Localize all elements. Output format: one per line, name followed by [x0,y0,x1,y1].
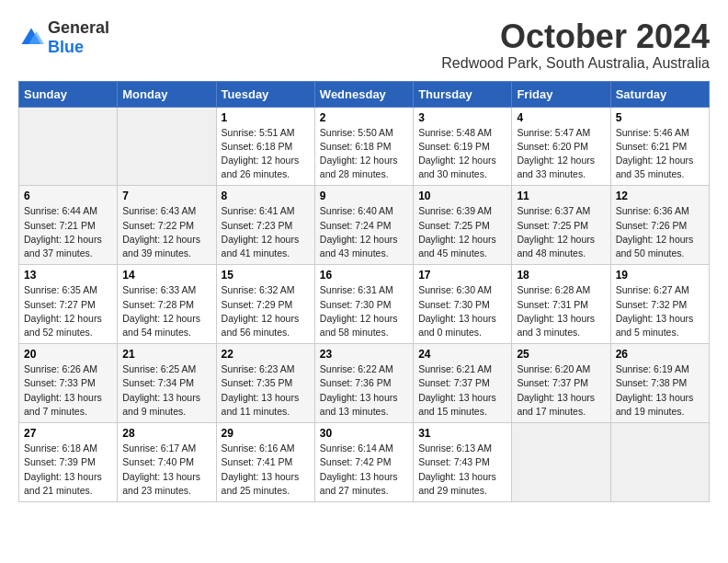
day-detail: Sunrise: 6:33 AM Sunset: 7:28 PM Dayligh… [122,283,210,339]
day-detail: Sunrise: 6:32 AM Sunset: 7:29 PM Dayligh… [222,283,310,339]
day-number: 30 [320,427,408,440]
header-day-sunday: Sunday [19,81,118,107]
day-number: 2 [320,111,408,124]
calendar-cell: 21Sunrise: 6:25 AM Sunset: 7:34 PM Dayli… [118,344,216,423]
calendar-cell: 30Sunrise: 6:14 AM Sunset: 7:42 PM Dayli… [314,423,413,502]
day-number: 18 [517,269,605,282]
calendar-cell: 11Sunrise: 6:37 AM Sunset: 7:25 PM Dayli… [512,186,610,265]
day-number: 3 [418,111,506,124]
day-number: 15 [222,269,310,282]
page-header: General Blue October 2024 Redwood Park, … [18,18,710,72]
day-number: 31 [418,427,506,440]
day-number: 27 [24,427,112,440]
day-number: 20 [24,348,112,361]
day-detail: Sunrise: 6:39 AM Sunset: 7:25 PM Dayligh… [418,204,506,260]
day-number: 14 [122,269,210,282]
calendar-cell: 8Sunrise: 6:41 AM Sunset: 7:23 PM Daylig… [216,186,314,265]
day-detail: Sunrise: 5:50 AM Sunset: 6:18 PM Dayligh… [320,126,408,182]
day-detail: Sunrise: 6:23 AM Sunset: 7:35 PM Dayligh… [222,362,310,419]
day-detail: Sunrise: 6:35 AM Sunset: 7:27 PM Dayligh… [24,283,112,339]
week-row-3: 13Sunrise: 6:35 AM Sunset: 7:27 PM Dayli… [19,265,710,344]
calendar-cell: 20Sunrise: 6:26 AM Sunset: 7:33 PM Dayli… [19,344,118,423]
day-detail: Sunrise: 6:25 AM Sunset: 7:34 PM Dayligh… [122,362,210,419]
day-number: 28 [122,427,210,440]
calendar-cell: 12Sunrise: 6:36 AM Sunset: 7:26 PM Dayli… [610,186,709,265]
day-detail: Sunrise: 6:40 AM Sunset: 7:24 PM Dayligh… [320,204,408,260]
day-detail: Sunrise: 6:31 AM Sunset: 7:30 PM Dayligh… [320,283,408,339]
day-number: 19 [616,269,704,282]
day-number: 16 [320,269,408,282]
calendar-cell [118,107,216,186]
day-detail: Sunrise: 5:46 AM Sunset: 6:21 PM Dayligh… [616,126,704,182]
calendar-cell [512,423,610,502]
day-detail: Sunrise: 6:17 AM Sunset: 7:40 PM Dayligh… [122,442,210,498]
calendar-cell: 22Sunrise: 6:23 AM Sunset: 7:35 PM Dayli… [216,344,314,423]
day-detail: Sunrise: 6:14 AM Sunset: 7:42 PM Dayligh… [320,442,408,498]
day-number: 9 [320,190,408,202]
calendar-cell: 9Sunrise: 6:40 AM Sunset: 7:24 PM Daylig… [314,186,413,265]
week-row-2: 6Sunrise: 6:44 AM Sunset: 7:21 PM Daylig… [19,186,710,265]
calendar-cell: 15Sunrise: 6:32 AM Sunset: 7:29 PM Dayli… [216,265,314,344]
calendar-cell: 31Sunrise: 6:13 AM Sunset: 7:43 PM Dayli… [414,423,512,502]
day-number: 24 [418,348,506,361]
calendar-cell: 28Sunrise: 6:17 AM Sunset: 7:40 PM Dayli… [118,423,216,502]
day-detail: Sunrise: 6:43 AM Sunset: 7:22 PM Dayligh… [122,204,210,260]
day-number: 12 [616,190,704,202]
day-number: 22 [222,348,310,361]
day-number: 29 [222,427,310,440]
day-number: 11 [517,190,605,202]
day-number: 10 [418,190,506,202]
day-detail: Sunrise: 6:20 AM Sunset: 7:37 PM Dayligh… [517,362,605,419]
calendar-cell: 26Sunrise: 6:19 AM Sunset: 7:38 PM Dayli… [610,344,709,423]
header-row: SundayMondayTuesdayWednesdayThursdayFrid… [19,81,710,107]
day-detail: Sunrise: 6:41 AM Sunset: 7:23 PM Dayligh… [222,204,310,260]
calendar-cell: 14Sunrise: 6:33 AM Sunset: 7:28 PM Dayli… [118,265,216,344]
calendar-cell: 1Sunrise: 5:51 AM Sunset: 6:18 PM Daylig… [216,107,314,186]
calendar-cell: 19Sunrise: 6:27 AM Sunset: 7:32 PM Dayli… [610,265,709,344]
day-detail: Sunrise: 5:51 AM Sunset: 6:18 PM Dayligh… [222,126,310,182]
calendar-cell: 13Sunrise: 6:35 AM Sunset: 7:27 PM Dayli… [19,265,118,344]
day-detail: Sunrise: 6:37 AM Sunset: 7:25 PM Dayligh… [517,204,605,260]
day-number: 8 [222,190,310,202]
calendar-table: SundayMondayTuesdayWednesdayThursdayFrid… [18,81,710,502]
title-block: October 2024 Redwood Park, South Austral… [441,18,710,72]
day-detail: Sunrise: 6:22 AM Sunset: 7:36 PM Dayligh… [320,362,408,419]
day-number: 21 [122,348,210,361]
logo-icon [18,25,44,51]
day-number: 26 [616,348,704,361]
calendar-body: 1Sunrise: 5:51 AM Sunset: 6:18 PM Daylig… [19,107,710,501]
calendar-cell: 2Sunrise: 5:50 AM Sunset: 6:18 PM Daylig… [314,107,413,186]
day-number: 7 [122,190,210,202]
calendar-cell: 16Sunrise: 6:31 AM Sunset: 7:30 PM Dayli… [314,265,413,344]
day-detail: Sunrise: 6:16 AM Sunset: 7:41 PM Dayligh… [222,442,310,498]
day-number: 1 [222,111,310,124]
header-day-wednesday: Wednesday [314,81,413,107]
day-number: 13 [24,269,112,282]
calendar-cell: 27Sunrise: 6:18 AM Sunset: 7:39 PM Dayli… [19,423,118,502]
calendar-cell [610,423,709,502]
day-detail: Sunrise: 6:13 AM Sunset: 7:43 PM Dayligh… [418,442,506,498]
day-detail: Sunrise: 6:30 AM Sunset: 7:30 PM Dayligh… [418,283,506,339]
calendar-cell: 6Sunrise: 6:44 AM Sunset: 7:21 PM Daylig… [19,186,118,265]
day-detail: Sunrise: 6:19 AM Sunset: 7:38 PM Dayligh… [616,362,704,419]
calendar-cell [19,107,118,186]
header-day-thursday: Thursday [414,81,512,107]
day-number: 5 [616,111,704,124]
day-detail: Sunrise: 6:18 AM Sunset: 7:39 PM Dayligh… [24,442,112,498]
header-day-friday: Friday [512,81,610,107]
sub-title: Redwood Park, South Australia, Australia [441,55,710,72]
calendar-cell: 23Sunrise: 6:22 AM Sunset: 7:36 PM Dayli… [314,344,413,423]
day-detail: Sunrise: 5:48 AM Sunset: 6:19 PM Dayligh… [418,126,506,182]
calendar-cell: 7Sunrise: 6:43 AM Sunset: 7:22 PM Daylig… [118,186,216,265]
calendar-header: SundayMondayTuesdayWednesdayThursdayFrid… [19,81,710,107]
week-row-4: 20Sunrise: 6:26 AM Sunset: 7:33 PM Dayli… [19,344,710,423]
day-number: 4 [517,111,605,124]
day-detail: Sunrise: 6:36 AM Sunset: 7:26 PM Dayligh… [616,204,704,260]
calendar-cell: 5Sunrise: 5:46 AM Sunset: 6:21 PM Daylig… [610,107,709,186]
day-detail: Sunrise: 6:28 AM Sunset: 7:31 PM Dayligh… [517,283,605,339]
day-number: 6 [24,190,112,202]
calendar-cell: 25Sunrise: 6:20 AM Sunset: 7:37 PM Dayli… [512,344,610,423]
calendar-cell: 3Sunrise: 5:48 AM Sunset: 6:19 PM Daylig… [414,107,512,186]
day-detail: Sunrise: 5:47 AM Sunset: 6:20 PM Dayligh… [517,126,605,182]
header-day-saturday: Saturday [610,81,709,107]
